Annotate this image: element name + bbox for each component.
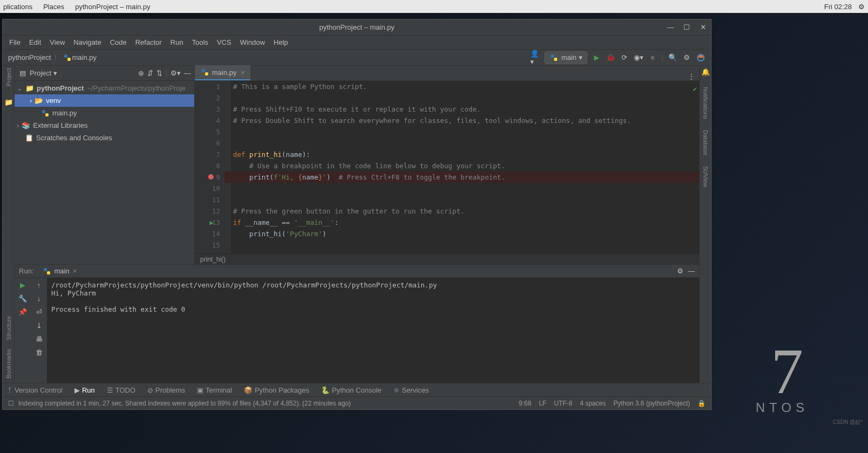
run-output[interactable]: /root/PycharmProjects/pythonProject/venv… (47, 278, 699, 383)
tool-python-packages[interactable]: 📦Python Packages (244, 386, 309, 394)
menu-file[interactable]: File (6, 37, 24, 47)
editor-tab-mainpy[interactable]: main.py × (195, 65, 250, 80)
menu-vcs[interactable]: VCS (214, 37, 235, 47)
stop-icon[interactable]: ■ (648, 53, 658, 63)
user-icon[interactable]: 👤▾ (530, 53, 540, 63)
line-number[interactable]: 1 (195, 81, 220, 92)
profile-icon[interactable]: ◉▾ (634, 53, 644, 63)
editor-breadcrumb[interactable]: print_hi() (195, 253, 699, 264)
line-number[interactable]: 10 (195, 183, 220, 194)
fold-column[interactable] (224, 81, 231, 253)
run-gutter-icon[interactable]: ▶ (209, 217, 214, 228)
status-indent[interactable]: 4 spaces (580, 400, 606, 407)
clear-all-icon[interactable]: 🗑 (36, 348, 43, 356)
tool-project[interactable]: Project (5, 68, 12, 86)
coverage-icon[interactable]: ⟳ (620, 53, 630, 63)
notification-bell-icon[interactable]: 🔔 (701, 68, 710, 76)
tool-window-quick-access-icon[interactable]: ☐ (8, 400, 14, 407)
status-encoding[interactable]: UTF-8 (554, 400, 572, 407)
code-area[interactable]: 1 2 3 4 5 6 7 8 9 10 11 (195, 81, 699, 253)
analysis-ok-icon[interactable]: ✔ (693, 83, 697, 94)
os-menu-app[interactable]: pythonProject – main.py (75, 3, 150, 11)
tree-external-libs[interactable]: › 📚 External Libraries (15, 119, 194, 132)
line-number[interactable]: 4 (195, 115, 220, 126)
tabs-more-icon[interactable]: ⋮ (688, 72, 695, 80)
tree-root[interactable]: ⌄ 📁 pythonProject ~/PycharmProjects/pyth… (15, 82, 194, 94)
lock-icon[interactable]: 🔒 (698, 400, 706, 407)
menu-window[interactable]: Window (237, 37, 268, 47)
tree-mainpy[interactable]: main.py (15, 107, 194, 119)
tab-close-icon[interactable]: × (73, 267, 77, 275)
menu-code[interactable]: Code (107, 37, 130, 47)
run-icon[interactable]: ▶ (592, 53, 602, 63)
tool-run[interactable]: ▶Run (74, 386, 95, 394)
menu-help[interactable]: Help (270, 37, 291, 47)
line-number[interactable]: 3 (195, 104, 220, 115)
tool-terminal[interactable]: ▣Terminal (197, 386, 232, 394)
line-number[interactable]: 8 (195, 160, 220, 171)
soft-wrap-icon[interactable]: ⏎ (36, 308, 42, 316)
menu-navigate[interactable]: Navigate (70, 37, 104, 47)
menu-tools[interactable]: Tools (189, 37, 211, 47)
expand-all-icon[interactable]: ⇵ (147, 69, 153, 77)
maximize-icon[interactable]: ☐ (679, 23, 695, 31)
line-number[interactable]: 14 (195, 228, 220, 239)
status-interpreter[interactable]: Python 3.6 (pythonProject) (613, 400, 690, 407)
minimize-icon[interactable]: — (662, 23, 679, 31)
menu-edit[interactable]: Edit (26, 37, 44, 47)
tool-problems[interactable]: ⊘Problems (147, 386, 185, 394)
tool-structure[interactable]: Structure (5, 316, 12, 340)
tool-vcs[interactable]: ᚶVersion Control (8, 386, 63, 394)
locate-icon[interactable]: ⊕ (138, 69, 144, 77)
collapse-all-icon[interactable]: ⇅ (156, 69, 162, 77)
breadcrumb-project[interactable]: pythonProject (8, 53, 51, 61)
tab-close-icon[interactable]: × (241, 68, 245, 77)
tool-sciview[interactable]: SciView (702, 166, 709, 187)
hide-icon[interactable]: — (688, 267, 695, 275)
os-indicator-icon[interactable]: ⚙ (858, 3, 865, 11)
tool-services[interactable]: ⚛Services (393, 386, 429, 394)
project-icon[interactable]: 📁 (4, 97, 13, 107)
gutter[interactable]: 1 2 3 4 5 6 7 8 9 10 11 (195, 81, 224, 253)
close-icon[interactable]: ✕ (695, 23, 711, 31)
code-text[interactable]: # This is a sample Python script. # Pres… (231, 81, 699, 253)
down-icon[interactable]: ↓ (37, 294, 41, 303)
wrench-icon[interactable]: 🔧 (18, 294, 27, 303)
search-icon[interactable]: 🔍 (668, 53, 678, 63)
pin-icon[interactable]: 📌 (18, 308, 27, 316)
project-tree[interactable]: ⌄ 📁 pythonProject ~/PycharmProjects/pyth… (15, 81, 194, 145)
settings-icon[interactable]: ⚙ (682, 53, 692, 63)
os-menu-places[interactable]: Places (43, 3, 64, 11)
os-menu-applications[interactable]: plications (3, 3, 32, 11)
menu-run[interactable]: Run (167, 37, 187, 47)
line-number[interactable]: 6 (195, 138, 220, 149)
run-tab[interactable]: main × (38, 265, 81, 277)
rerun-icon[interactable]: ▶ (20, 281, 25, 289)
breakpoint-icon[interactable] (208, 174, 214, 180)
print-icon[interactable]: 🖶 (36, 335, 43, 343)
scroll-to-end-icon[interactable]: ⤓ (36, 321, 42, 330)
line-number[interactable]: 15 (195, 239, 220, 251)
menu-view[interactable]: View (46, 37, 68, 47)
project-view-icon[interactable]: ▤ (18, 68, 28, 78)
run-config-selector[interactable]: main ▾ (544, 51, 587, 64)
menu-refactor[interactable]: Refactor (132, 37, 165, 47)
line-number[interactable]: 12 (195, 205, 220, 217)
breadcrumb-file[interactable]: main.py (72, 53, 97, 61)
debug-icon[interactable]: 🐞 (606, 53, 616, 63)
line-number[interactable]: 9 (195, 171, 220, 183)
titlebar[interactable]: pythonProject – main.py — ☐ ✕ (3, 19, 711, 36)
up-icon[interactable]: ↑ (37, 281, 41, 289)
line-number[interactable]: 7 (195, 149, 220, 160)
chevron-down-icon[interactable]: ▾ (53, 69, 57, 77)
tool-python-console[interactable]: 🐍Python Console (321, 386, 381, 394)
line-number[interactable]: 2 (195, 92, 220, 104)
tree-venv[interactable]: › 📂 venv (15, 94, 194, 107)
status-position[interactable]: 9:68 (519, 400, 531, 407)
tool-bookmarks[interactable]: Bookmarks (5, 349, 12, 379)
gear-icon[interactable]: ⚙▾ (170, 69, 181, 77)
status-line-sep[interactable]: LF (539, 400, 546, 407)
ide-help-icon[interactable] (696, 53, 706, 63)
line-number[interactable]: 5 (195, 126, 220, 138)
tree-scratches[interactable]: 📋 Scratches and Consoles (15, 132, 194, 144)
